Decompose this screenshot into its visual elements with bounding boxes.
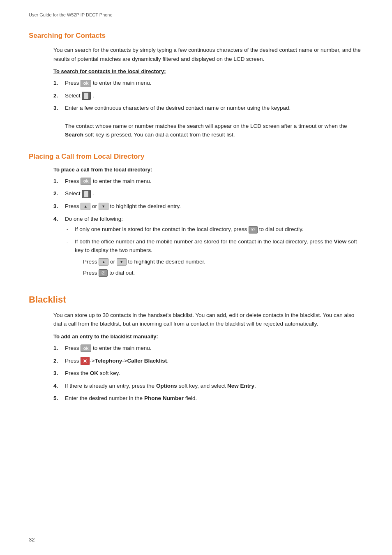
search-keyword: Search — [65, 132, 83, 138]
searching-step-2: Select . — [53, 91, 363, 100]
step-2-content: Select . — [65, 91, 363, 100]
blacklist-step-2-content: Press ->Telephony->Caller Blacklist. — [65, 356, 363, 365]
searching-body: You can search for the contacts by simpl… — [53, 46, 363, 139]
svg-rect-2 — [85, 95, 87, 96]
searching-subsection-header: To search for contacts in the local dire… — [53, 68, 363, 74]
placing-step-3-content: Press ▲ or ▼ to highlight the desired en… — [65, 202, 363, 211]
svg-rect-5 — [85, 192, 87, 193]
placing-step-4: Do one of the following: If only one num… — [53, 215, 363, 281]
placing-step-1-content: Press ok to enter the main menu. — [65, 177, 363, 186]
indent-line-1: Press ▲ or ▼ to highlight the desired nu… — [83, 257, 363, 267]
blacklist-step-4: If there is already an entry, press the … — [53, 382, 363, 391]
nav-down-icon-2: ▼ — [117, 258, 127, 266]
placing-step-2: Select . — [53, 189, 363, 198]
call-icon-2: ✆ — [99, 269, 108, 277]
options-bold: Options — [156, 383, 177, 389]
placing-title: Placing a Call from Local Directory — [29, 153, 363, 161]
nav-down-icon-1: ▼ — [99, 203, 108, 210]
svg-rect-0 — [84, 93, 88, 99]
searching-step-3: Enter a few continuous characters of the… — [53, 104, 363, 139]
sub-item-2-content: If both the office number and the mobile… — [75, 237, 363, 278]
searching-title: Searching for Contacts — [29, 32, 363, 40]
blacklist-step-1-content: Press ok to enter the main menu. — [65, 344, 363, 353]
step-1-content: Press ok to enter the main menu. — [65, 79, 363, 88]
sub-item-2: If both the office number and the mobile… — [65, 237, 363, 278]
blacklist-step-3: Press the OK soft key. — [53, 369, 363, 378]
svg-rect-7 — [85, 195, 86, 196]
ok-button-2: ok — [81, 178, 91, 185]
blacklist-step-1: Press ok to enter the main menu. — [53, 344, 363, 353]
contact-book-icon-2 — [82, 190, 91, 198]
placing-subsection-header: To place a call from the local directory… — [53, 166, 363, 173]
indent-line-2: Press ✆ to dial out. — [83, 268, 363, 278]
placing-step-4-content: Do one of the following: If only one num… — [65, 215, 363, 281]
placing-step-1: Press ok to enter the main menu. — [53, 177, 363, 186]
blacklist-step-3-content: Press the OK soft key. — [65, 369, 363, 378]
section-searching: Searching for Contacts You can search fo… — [29, 32, 363, 139]
blacklist-subsection-header: To add an entry to the blacklist manuall… — [53, 333, 363, 340]
svg-rect-6 — [85, 194, 87, 194]
placing-step-2-content: Select . — [65, 189, 363, 198]
telephony-bold: Telephony — [95, 358, 122, 364]
page-header: User Guide for the W52P IP DECT Phone — [29, 12, 363, 20]
svg-rect-4 — [84, 191, 88, 197]
nav-up-icon-1: ▲ — [81, 203, 90, 210]
sub-item-1: If only one number is stored for the con… — [65, 225, 363, 234]
placing-sub-list: If only one number is stored for the con… — [65, 225, 363, 278]
blacklist-step-5-content: Enter the desired number in the Phone Nu… — [65, 394, 363, 403]
indent-block: Press ▲ or ▼ to highlight the desired nu… — [83, 257, 363, 278]
contact-book-icon-1 — [82, 92, 91, 100]
searching-step-1: Press ok to enter the main menu. — [53, 79, 363, 88]
placing-body: To place a call from the local directory… — [53, 166, 363, 281]
svg-rect-3 — [85, 97, 86, 97]
view-keyword: View — [334, 238, 347, 245]
telephony-icon — [81, 357, 90, 365]
blacklist-step-2: Press ->Telephony->Caller Blacklist. — [53, 356, 363, 365]
section-placing: Placing a Call from Local Directory To p… — [29, 153, 363, 281]
svg-rect-1 — [85, 94, 87, 95]
blacklist-steps: Press ok to enter the main menu. Press -… — [53, 344, 363, 403]
page-number: 32 — [29, 536, 35, 543]
section-blacklist: Blacklist You can store up to 30 contact… — [29, 294, 363, 403]
ok-bold-1: OK — [90, 370, 98, 376]
blacklist-title: Blacklist — [29, 294, 363, 305]
page: User Guide for the W52P IP DECT Phone Se… — [0, 0, 392, 555]
phone-number-bold: Phone Number — [144, 395, 184, 401]
ok-button-1: ok — [81, 80, 91, 87]
placing-steps: Press ok to enter the main menu. Select — [53, 177, 363, 281]
searching-steps: Press ok to enter the main menu. Select — [53, 79, 363, 139]
new-entry-bold: New Entry — [227, 383, 254, 389]
placing-step-3: Press ▲ or ▼ to highlight the desired en… — [53, 202, 363, 211]
page-header-text: User Guide for the W52P IP DECT Phone — [29, 12, 113, 17]
x-cross-icon — [83, 358, 88, 363]
blacklist-step-4-content: If there is already an entry, press the … — [65, 382, 363, 391]
call-icon-1: ✆ — [249, 226, 258, 234]
ok-button-3: ok — [81, 345, 91, 352]
caller-blacklist-bold: Caller Blacklist — [127, 358, 167, 364]
sub-item-1-content: If only one number is stored for the con… — [75, 225, 363, 234]
blacklist-step-5: Enter the desired number in the Phone Nu… — [53, 394, 363, 403]
blacklist-description: You can store up to 30 contacts in the h… — [53, 311, 363, 328]
blacklist-body: You can store up to 30 contacts in the h… — [53, 311, 363, 403]
searching-description: You can search for the contacts by simpl… — [53, 46, 363, 63]
nav-up-icon-2: ▲ — [99, 258, 108, 266]
step-3-content: Enter a few continuous characters of the… — [65, 104, 363, 139]
